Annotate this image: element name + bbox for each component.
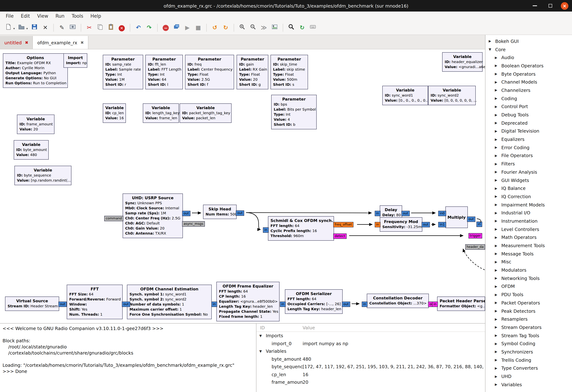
sidebar-item-peak-detectors[interactable]: ▶Peak Detectors [485, 307, 572, 315]
sidebar-item-ofdm[interactable]: ▶OFDM [485, 282, 572, 290]
port-schmidl-cox-ofdm-synch-freq_offset[interactable]: freq_offset [333, 222, 353, 227]
undo-button[interactable]: ↶ [133, 23, 143, 32]
find-block-button[interactable] [172, 23, 181, 32]
redo-button[interactable]: ↷ [144, 23, 154, 32]
port-hidden-header-data[interactable]: header_da [465, 244, 485, 250]
play-button[interactable]: ▶ [182, 23, 192, 32]
port-frequency-mod-in[interactable]: in [375, 222, 381, 227]
block-param-freq[interactable]: ParameterID: freqLabel: Center frequency… [185, 55, 234, 89]
rotate-cw-button[interactable]: ↻ [221, 23, 230, 32]
menu-help[interactable]: Help [87, 12, 105, 20]
block-skip-head[interactable]: Skip HeadNum Items: 500kout [203, 205, 237, 219]
sidebar-item-impairment-models[interactable]: ▶Impairment Models [485, 201, 572, 209]
block-var-cp-len[interactable]: VariableID: cp_lenValue: 16 [103, 103, 126, 123]
sidebar-item-variables[interactable]: ▶Variables [485, 380, 572, 389]
port-virtual-source-out[interactable]: out [58, 302, 67, 307]
port-multiply-in1[interactable]: in1 [438, 222, 446, 227]
port-frequency-mod-out[interactable]: out [422, 222, 430, 227]
sidebar-item-trellis-coding[interactable]: ▶Trellis Coding [485, 356, 572, 364]
sidebar-item-debug-tools[interactable]: ▶Debug Tools [485, 111, 572, 119]
menu-file[interactable]: File [2, 12, 17, 20]
close-document-button[interactable]: ✕ [40, 23, 50, 32]
reload-button[interactable]: ↻ [297, 23, 307, 32]
block-constellation-decoder[interactable]: Constellation DecoderConstellation Objec… [367, 294, 429, 308]
sidebar-item-type-converters[interactable]: ▶Type Converters [485, 364, 572, 372]
edit-properties-button[interactable]: ✎ [57, 23, 67, 32]
menu-tools[interactable]: Tools [68, 12, 87, 20]
sidebar-item-error-coding[interactable]: ▶Error Coding [485, 143, 572, 151]
tab-ofdm_example_rx[interactable]: ofdm_example_rx✖ [33, 36, 89, 49]
minimize-button[interactable] [530, 1, 540, 11]
sidebar-item-stream-operators[interactable]: ▶Stream Operators [485, 323, 572, 331]
connection-wire[interactable] [247, 212, 260, 229]
sidebar-item-fourier-analysis[interactable]: ▶Fourier Analysis [485, 168, 572, 176]
port-schmidl-cox-ofdm-synch-in[interactable]: in [263, 227, 269, 233]
sidebar-item-bokeh-gui[interactable]: ▶Bokeh GUI [485, 37, 572, 45]
fast-forward-button[interactable]: ≫ [259, 23, 269, 32]
block-var-byte-amount[interactable]: VariableID: byte_amountValue: 480 [14, 140, 49, 160]
port-skip-head-out[interactable]: out [236, 211, 244, 216]
block-frequency-mod[interactable]: Frequency ModSensitivity: -31.25minout [380, 217, 422, 232]
rotate-ccw-button[interactable]: ↺ [210, 23, 220, 32]
sidebar-item-coding[interactable]: ▶Coding [485, 94, 572, 103]
variables-group-imports[interactable]: ▼Imports [256, 332, 485, 340]
sidebar-item-stream-tag-tools[interactable]: ▶Stream Tag Tools [485, 332, 572, 340]
menu-run[interactable]: Run [52, 12, 68, 20]
sidebar-item-pdu-tools[interactable]: ▶PDU Tools [485, 291, 572, 299]
block-var-sync-word1[interactable]: VariableID: sync_word1Value: [0., 0., 0.… [382, 86, 428, 105]
sidebar-item-byte-operators[interactable]: ▶Byte Operators [485, 70, 572, 78]
stop-button[interactable]: ■ [193, 23, 203, 32]
block-usrp-source[interactable]: UHD: USRP SourceSync: Unknown PPSMb0: Cl… [123, 194, 183, 238]
sidebar-item-control-port[interactable]: ▶Control Port [485, 103, 572, 111]
block-param-samp-rate[interactable]: ParameterID: samp_rateLabel: Sample rate… [103, 55, 143, 89]
keyboard-shortcuts-button[interactable] [308, 23, 318, 32]
block-param-skip-time[interactable]: ParameterID: skip_timeLabel: skip stimeT… [270, 55, 308, 89]
menu-edit[interactable]: Edit [17, 12, 33, 20]
sidebar-item-level-controllers[interactable]: ▶Level Controllers [485, 225, 572, 233]
sidebar-item-industrial-i-o[interactable]: ▶Industrial I/O [485, 209, 572, 217]
port-delay-in[interactable]: in [375, 211, 381, 216]
block-ofdm-channel-estimation[interactable]: OFDM Channel EstimationSynch. symbol 1: … [127, 285, 212, 319]
new-file-button[interactable] [4, 23, 13, 32]
block-options[interactable]: OptionsTitle: Example OFDM RXAuthor: Cyr… [3, 53, 68, 88]
block-ofdm-frame-equalizer[interactable]: OFDM Frame EqualizerFFT length: 64CP len… [216, 282, 280, 321]
sidebar-item-symbol-coding[interactable]: ▶Symbol Coding [485, 340, 572, 348]
port-usrp-source-out[interactable]: out [182, 211, 191, 216]
sidebar-item-audio[interactable]: ▶Audio [485, 54, 572, 62]
sidebar-item-channel-models[interactable]: ▶Channel Models [485, 78, 572, 86]
tab-close-icon[interactable]: ✖ [25, 40, 28, 45]
sidebar-item-filters[interactable]: ▶Filters [485, 160, 572, 168]
sidebar-item-equalizers[interactable]: ▶Equalizers [485, 135, 572, 143]
port-ofdm-serializer-in[interactable]: in [280, 302, 286, 307]
port-ofdm-serializer-out[interactable]: out [342, 302, 350, 307]
close-button[interactable]: × [561, 2, 568, 10]
sidebar-item-uhd[interactable]: ▶UHD [485, 372, 572, 380]
block-var-packet-length-tag-key[interactable]: VariableID: packet_length_tag_keyValue: … [180, 103, 232, 123]
port-usrp-source-async_msgs[interactable]: async_msgs [182, 221, 205, 227]
variable-row-import_0[interactable]: import_0import numpy as np [256, 340, 485, 347]
new-file-dropdown-caret[interactable]: ▾ [13, 27, 15, 30]
block-param-gain[interactable]: ParameterID: gainLabel: RX GainType: Flo… [237, 55, 268, 89]
export-image-button[interactable] [270, 23, 280, 32]
paste-button[interactable] [106, 23, 116, 32]
block-var-length-tag-key[interactable]: VariableID: length_tag_keyValue: frame_l… [143, 103, 179, 123]
tab-untitled[interactable]: untitled✖ [0, 36, 33, 49]
block-var-frame-amount[interactable]: VariableID: frame_amountValue: 20 [17, 115, 54, 134]
block-var-byte-sequence[interactable]: VariableID: byte_sequenceValue: [np.rand… [15, 166, 71, 185]
port-hidden-in[interactable]: in [477, 222, 482, 227]
sidebar-item-boolean-operators[interactable]: ▶Boolean Operators [485, 62, 572, 70]
cut-button[interactable]: ✂ [84, 23, 94, 32]
screen-capture-button[interactable] [68, 23, 78, 32]
port-hidden-trigger[interactable]: trigger [468, 233, 482, 239]
block-var-sync-word2[interactable]: VariableID: sync_word2Value: [0, 0, 0, 0… [428, 86, 476, 105]
open-folder-dropdown-caret[interactable]: ▾ [26, 27, 28, 30]
port-multiply-in0[interactable]: in0 [438, 211, 446, 216]
sidebar-item-message-tools[interactable]: ▶Message Tools [485, 250, 572, 258]
port-delay-out[interactable]: out [401, 211, 410, 216]
view-errors-button[interactable]: − [161, 23, 171, 32]
block-schmidl-cox-ofdm-synch[interactable]: Schmidl & Cox OFDM synch.FFT length: 64C… [268, 216, 334, 241]
sidebar-item-file-operators[interactable]: ▶File Operators [485, 151, 572, 160]
variables-group-variables[interactable]: ▼Variables [256, 347, 485, 355]
sidebar-item-misc[interactable]: ▶Misc [485, 258, 572, 266]
sidebar-item-resamplers[interactable]: ▶Resamplers [485, 315, 572, 323]
